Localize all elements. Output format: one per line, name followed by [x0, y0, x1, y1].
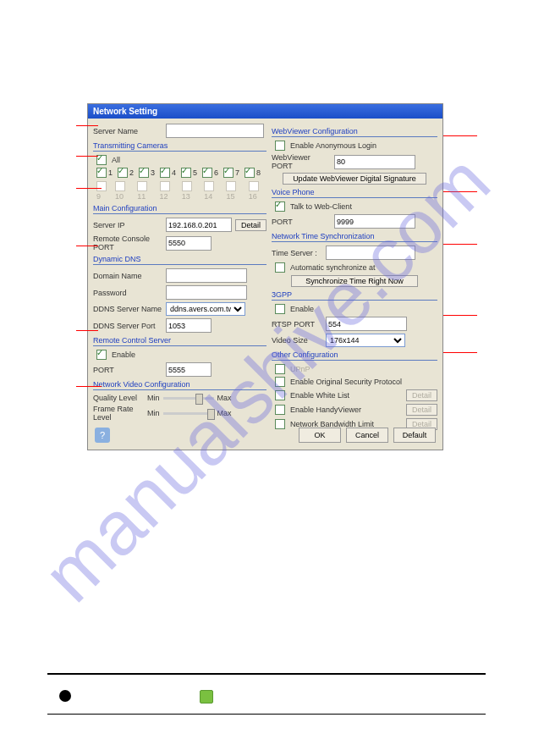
camera-checkbox[interactable] [96, 181, 107, 191]
password-input[interactable] [166, 285, 247, 300]
update-signature-button[interactable]: Update WebViewer Digital Signature [283, 173, 426, 185]
ddns-port-input[interactable] [166, 318, 212, 333]
anon-checkbox[interactable] [275, 141, 285, 151]
auto-sync-checkbox[interactable] [275, 262, 285, 273]
camera-checkbox[interactable] [160, 181, 170, 191]
voice-port-label: PORT [272, 218, 331, 226]
camera-checkbox[interactable] [223, 168, 234, 178]
rcs-enable-checkbox[interactable] [96, 350, 107, 360]
left-column: Server Name Transmitting Cameras All 123… [93, 124, 266, 433]
pointer-line [76, 125, 98, 126]
detail-button[interactable]: Detail [235, 219, 266, 231]
domain-label: Domain Name [93, 272, 162, 280]
frame-label: Frame Rate Level [93, 405, 144, 422]
ts-input[interactable] [326, 246, 415, 260]
pointer-line [443, 315, 477, 316]
voice-port-input[interactable] [334, 214, 415, 229]
remote-port-label: Remote Console PORT [93, 235, 162, 251]
sec-proto-label: Enable Original Security Protocol [290, 378, 402, 386]
gpp-enable-label: Enable [290, 305, 314, 313]
other-title: Other Configuration [272, 350, 437, 361]
webviewer-title: WebViewer Configuration [272, 127, 437, 137]
pointer-line [443, 352, 477, 353]
pointer-line [443, 244, 477, 245]
frame-min: Min [147, 409, 160, 417]
footer-line [47, 714, 486, 715]
camera-checkbox[interactable] [182, 181, 192, 191]
camera-checkbox[interactable] [202, 168, 212, 178]
domain-input[interactable] [166, 268, 247, 283]
rcs-port-label: PORT [93, 366, 162, 374]
ts-label: Time Server : [272, 249, 322, 257]
camera-checkbox[interactable] [115, 181, 125, 191]
quality-min: Min [147, 394, 160, 402]
handy-detail-button[interactable]: Detail [406, 404, 437, 416]
vsize-select[interactable]: 176x144 [326, 334, 405, 347]
camera-checkbox[interactable] [181, 168, 191, 178]
app-icon [200, 690, 213, 704]
dynamic-dns-title: Dynamic DNS [93, 255, 266, 265]
quality-slider[interactable] [163, 397, 214, 400]
whitelist-label: Enable White List [290, 391, 349, 400]
camera-checkbox[interactable] [249, 181, 259, 191]
bullet-icon [59, 690, 71, 702]
server-ip-input[interactable] [166, 218, 232, 232]
quality-label: Quality Level [93, 394, 144, 402]
whitelist-checkbox[interactable] [275, 390, 285, 400]
camera-checkbox[interactable] [160, 168, 170, 178]
quality-max: Max [217, 394, 232, 402]
camera-checkbox[interactable] [118, 168, 128, 178]
server-name-label: Server Name [93, 127, 162, 135]
network-setting-dialog: Network Setting Server Name Transmitting… [87, 103, 443, 450]
ddns-server-label: DDNS Server Name [93, 305, 162, 313]
whitelist-detail-button[interactable]: Detail [406, 389, 437, 401]
camera-checkbox[interactable] [96, 168, 107, 178]
server-name-input[interactable] [166, 124, 264, 138]
pointer-line [76, 330, 98, 331]
password-label: Password [93, 289, 162, 297]
server-ip-label: Server IP [93, 221, 162, 229]
camera-checkbox[interactable] [226, 181, 236, 191]
upnp-label: UPnP [290, 365, 310, 373]
pointer-line [443, 191, 477, 192]
gpp-enable-checkbox[interactable] [275, 304, 285, 314]
voice-title: Voice Phone [272, 188, 437, 198]
pointer-line [76, 246, 98, 246]
camera-checkbox[interactable] [245, 168, 255, 178]
camera-checkbox[interactable] [139, 168, 149, 178]
auto-sync-label: Automatic synchronize at [290, 263, 376, 272]
handy-checkbox[interactable] [275, 405, 285, 415]
help-icon[interactable]: ? [95, 428, 110, 443]
rtsp-input[interactable] [326, 317, 407, 331]
sync-now-button[interactable]: Synchronize Time Right Now [291, 275, 418, 287]
anon-label: Enable Anonymous Login [290, 141, 376, 150]
gpp-title: 3GPP [272, 290, 437, 301]
handy-label: Enable HandyViewer [290, 406, 361, 414]
bottom-bar: ? OK Cancel Default [88, 424, 442, 446]
frame-slider[interactable] [163, 412, 214, 415]
all-label: All [112, 156, 120, 164]
nts-title: Network Time Synchronization [272, 232, 437, 242]
upnp-checkbox[interactable] [275, 364, 285, 374]
pointer-line [443, 135, 477, 136]
ddns-server-select[interactable]: ddns.avers.com.tw [166, 302, 245, 316]
talk-label: Talk to Web-Client [290, 202, 352, 211]
main-config-title: Main Configuration [93, 204, 266, 214]
pointer-line [76, 386, 102, 387]
sec-proto-checkbox[interactable] [275, 377, 285, 387]
remote-port-input[interactable] [166, 236, 212, 251]
footer-line [47, 673, 486, 675]
ddns-port-label: DDNS Server Port [93, 322, 162, 330]
rcs-port-input[interactable] [166, 362, 212, 377]
right-column: WebViewer Configuration Enable Anonymous… [272, 124, 437, 433]
cancel-button[interactable]: Cancel [346, 428, 388, 443]
camera-checkbox[interactable] [137, 181, 147, 191]
camera-checkbox[interactable] [204, 181, 214, 191]
wv-port-input[interactable] [334, 155, 415, 169]
ok-button[interactable]: OK [299, 428, 341, 443]
talk-checkbox[interactable] [275, 201, 285, 212]
pointer-line [76, 188, 102, 189]
wv-port-label: WebViewer PORT [272, 153, 331, 170]
default-button[interactable]: Default [393, 428, 436, 443]
rcs-title: Remote Control Server [93, 336, 266, 346]
